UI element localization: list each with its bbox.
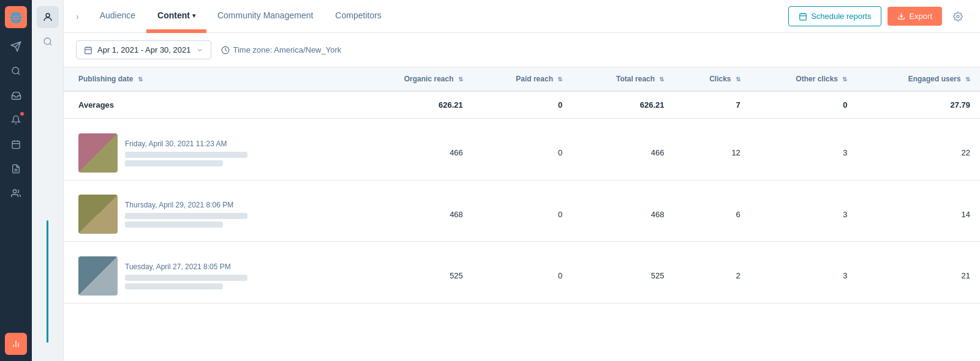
content-dropdown-arrow: ▾ [192, 12, 195, 19]
row3-organic-reach: 525 [355, 249, 473, 303]
sort-icon: ⇅ [736, 76, 741, 83]
row1-clicks: 12 [674, 126, 750, 180]
svg-point-2 [12, 67, 19, 74]
svg-line-16 [50, 43, 51, 45]
sort-icon: ⇅ [842, 76, 847, 83]
col-total-reach[interactable]: Total reach ⇅ [572, 67, 674, 91]
col-publishing-date[interactable]: Publishing date ⇅ [64, 67, 355, 91]
row3-paid-reach: 0 [473, 249, 572, 303]
schedule-reports-button[interactable]: Schedule reports [788, 6, 881, 26]
svg-rect-23 [85, 47, 92, 54]
placeholder-line [125, 275, 247, 281]
row1-paid-reach: 0 [473, 126, 572, 180]
top-navigation: › Audience Content ▾ Community Managemen… [64, 0, 980, 33]
sidebar-secondary [32, 0, 64, 361]
contacts-icon[interactable] [5, 182, 27, 204]
col-paid-reach[interactable]: Paid reach ⇅ [473, 67, 572, 91]
col-other-clicks[interactable]: Other clicks ⇅ [750, 67, 858, 91]
post-thumbnail-2 [78, 195, 118, 234]
post-date-3: Tuesday, April 27, 2021 8:05 PM [125, 262, 247, 271]
post-thumbnail-3 [78, 256, 118, 296]
post-text-placeholder-3 [125, 275, 247, 289]
nav-chevron-icon[interactable]: › [76, 12, 79, 21]
nav-actions: Schedule reports Export [788, 6, 968, 26]
post-cell-3: Tuesday, April 27, 2021 8:05 PM [64, 249, 355, 303]
svg-rect-4 [12, 141, 20, 149]
sort-icon: ⇅ [965, 76, 970, 83]
averages-engaged-users: 27.79 [857, 91, 980, 119]
row2-paid-reach: 0 [473, 187, 572, 242]
row3-engaged-users: 21 [857, 249, 980, 303]
svg-point-22 [957, 15, 959, 18]
content-performance-table: Publishing date ⇅ Organic reach ⇅ Paid r… [64, 67, 980, 303]
averages-paid-reach: 0 [473, 91, 572, 119]
row2-clicks: 6 [674, 187, 750, 242]
table-row[interactable]: Thursday, April 29, 2021 8:06 PM 468 0 4… [64, 187, 980, 242]
notifications-icon[interactable] [5, 109, 27, 131]
post-cell-1: Friday, April 30, 2021 11:23 AM [64, 126, 355, 180]
export-icon [897, 12, 905, 20]
inbox-icon[interactable] [5, 84, 27, 106]
table-row[interactable]: Tuesday, April 27, 2021 8:05 PM 525 0 52… [64, 249, 980, 303]
sort-icon: ⇅ [138, 76, 143, 83]
svg-point-10 [13, 190, 16, 193]
search-icon-secondary[interactable] [37, 31, 59, 53]
profile-icon[interactable] [37, 6, 59, 28]
row1-total-reach: 466 [572, 126, 674, 180]
averages-other-clicks: 0 [750, 91, 858, 119]
schedule-icon [799, 12, 807, 21]
tab-content-performance[interactable]: Content ▾ [146, 0, 206, 33]
tab-community-management[interactable]: Community Management [206, 0, 324, 33]
tab-competitors[interactable]: Competitors [324, 0, 392, 33]
chevron-down-icon [196, 47, 203, 54]
calendar1-icon[interactable] [5, 133, 27, 155]
averages-label: Averages [64, 91, 355, 119]
reports-icon[interactable] [5, 158, 27, 180]
tab-audience[interactable]: Audience [89, 0, 146, 33]
table-container[interactable]: Publishing date ⇅ Organic reach ⇅ Paid r… [64, 67, 980, 361]
post-info-1: Friday, April 30, 2021 11:23 AM [125, 140, 247, 166]
settings-button[interactable] [948, 7, 968, 26]
row3-total-reach: 525 [572, 249, 674, 303]
col-organic-reach[interactable]: Organic reach ⇅ [355, 67, 473, 91]
svg-point-14 [46, 13, 50, 17]
date-range-picker[interactable]: Apr 1, 2021 - Apr 30, 2021 [76, 40, 211, 59]
blue-indicator-bar [47, 220, 48, 343]
placeholder-line [125, 221, 223, 228]
post-thumbnail-1 [78, 133, 118, 173]
row2-engaged-users: 14 [857, 187, 980, 242]
bar-chart-icon[interactable] [5, 333, 27, 355]
nav-tabs: Audience Content ▾ Community Management … [89, 0, 788, 33]
row1-other-clicks: 3 [750, 126, 858, 180]
timezone-info: Time zone: America/New_York [221, 45, 342, 54]
timezone-label: Time zone: America/New_York [233, 45, 342, 54]
sort-icon: ⇅ [557, 76, 562, 83]
averages-total-reach: 626.21 [572, 91, 674, 119]
sidebar-main: 🌐 [0, 0, 32, 361]
row2-total-reach: 468 [572, 187, 674, 242]
gear-icon [953, 12, 963, 21]
row2-organic-reach: 468 [355, 187, 473, 242]
row3-other-clicks: 3 [750, 249, 858, 303]
col-engaged-users[interactable]: Engaged users ⇅ [857, 67, 980, 91]
placeholder-line [125, 283, 223, 289]
placeholder-line [125, 160, 223, 166]
col-clicks[interactable]: Clicks ⇅ [674, 67, 750, 91]
averages-row: Averages 626.21 0 626.21 7 0 [64, 91, 980, 119]
svg-line-3 [18, 73, 20, 75]
search-icon-sidebar[interactable] [5, 60, 27, 82]
globe-icon[interactable]: 🌐 [5, 6, 27, 28]
export-button[interactable]: Export [888, 7, 942, 26]
sort-icon: ⇅ [458, 76, 463, 83]
row1-engaged-users: 22 [857, 126, 980, 180]
row2-other-clicks: 3 [750, 187, 858, 242]
table-row[interactable]: Friday, April 30, 2021 11:23 AM 466 0 46… [64, 126, 980, 180]
post-text-placeholder-2 [125, 213, 247, 228]
averages-clicks: 7 [674, 91, 750, 119]
calendar-icon [84, 46, 92, 54]
paper-plane-icon[interactable] [5, 35, 27, 58]
main-content: › Audience Content ▾ Community Managemen… [64, 0, 980, 361]
clock-icon [221, 46, 230, 54]
filter-bar: Apr 1, 2021 - Apr 30, 2021 Time zone: Am… [64, 33, 980, 67]
svg-point-15 [44, 38, 51, 45]
